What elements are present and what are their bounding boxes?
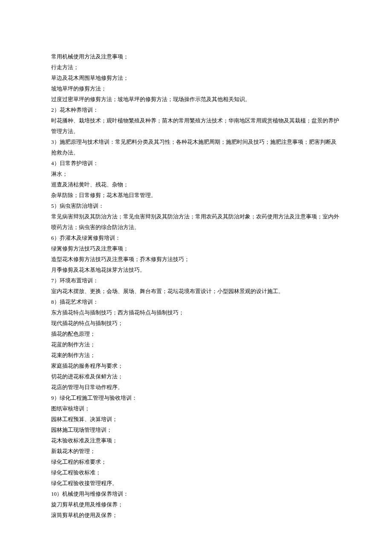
text-line: 园林施工现场管理培训； xyxy=(51,424,341,435)
text-line: 淋水； xyxy=(51,169,341,179)
text-line: 花店的管理与日常动作程序。 xyxy=(51,382,341,392)
text-line: 月季修剪及花木基地花抹芽方法技巧。 xyxy=(51,264,341,275)
text-line: 花束的制作方法； xyxy=(51,350,341,360)
text-line: 坡地草坪的修剪方法； xyxy=(51,83,341,94)
text-line: 旋刀剪草机使用及维修保养； xyxy=(51,499,341,510)
text-line: 家庭插花的服务程序与要求； xyxy=(51,360,341,371)
text-line: 杂草防除；日常修剪；花木基地日常管理。 xyxy=(51,190,341,200)
text-line: 滚筒剪草机的使用及保养； xyxy=(51,510,341,520)
text-line: 东方插花特点与插制技巧；西方插花特点与插制技巧； xyxy=(51,307,341,318)
text-line: 花木验收标准及注意事项； xyxy=(51,435,341,446)
text-line: 9）绿化工程施工管理与验收培训： xyxy=(51,392,341,403)
text-line: 6）乔灌木及绿篱修剪培训： xyxy=(51,232,341,243)
text-line: 绿化工程验收标准； xyxy=(51,467,341,478)
text-line: 3）施肥原理与技术培训：常见肥料分类及其习性；各种花木施肥周期；施肥时间及技巧；… xyxy=(51,137,341,158)
text-line: 造型花木修剪方法技巧及注意事项；乔木修剪方法技巧； xyxy=(51,254,341,264)
text-line: 常用机械使用方法及注意事项； xyxy=(51,51,341,62)
text-line: 4）日常养护培训： xyxy=(51,158,341,169)
text-line: 室内花木摆放、更换；会场、展场、舞台布置；花坛花境布置设计；小型园林景观的设计施… xyxy=(51,286,341,296)
text-line: 过度过密草坪的修剪方法；坡地草坪的修剪方法；现场操作示范及其他相关知识。 xyxy=(51,94,341,105)
text-line: 7）环境布置培训： xyxy=(51,275,341,286)
document-page: 常用机械使用方法及注意事项； 行走方法； 草边及花木周围草地修剪方法； 坡地草坪… xyxy=(0,0,392,555)
text-line: 8）插花艺术培训： xyxy=(51,296,341,307)
text-line: 常见病害辩别及其防治方法；常见虫害辩别及其防治方法；常用农药及其防治对象；农药使… xyxy=(51,211,341,232)
text-line: 切花的进花标准及保鲜方法； xyxy=(51,371,341,382)
text-line: 绿化工程验收接管理程序。 xyxy=(51,478,341,488)
text-line: 插花的配色原理； xyxy=(51,328,341,339)
text-line: 园林工程预算、决算培训； xyxy=(51,414,341,424)
text-line: 花蓝的制作方法； xyxy=(51,339,341,350)
text-line: 绿篱修剪方法技巧及注意事项； xyxy=(51,243,341,254)
text-line: 绿化工程的标准要求； xyxy=(51,456,341,467)
text-line: 5）病虫害防治培训： xyxy=(51,200,341,211)
text-line: 新栽花木的管理； xyxy=(51,446,341,456)
text-line: 时花播种、栽培技术；观叶植物繁殖及种养；苗木的常用繁殖方法技术；华南地区常用观赏… xyxy=(51,115,341,137)
text-line: 草边及花木周围草地修剪方法； xyxy=(51,73,341,83)
text-line: 10）机械使用与维修保养培训： xyxy=(51,488,341,499)
text-line: 2）花木种养培训： xyxy=(51,105,341,115)
text-line: 图纸审核培训； xyxy=(51,403,341,414)
text-line: 巡查及清枯黄叶、残花、杂物； xyxy=(51,179,341,190)
text-line: 行走方法； xyxy=(51,62,341,73)
text-line: 现代插花的特点与插制技巧； xyxy=(51,318,341,328)
